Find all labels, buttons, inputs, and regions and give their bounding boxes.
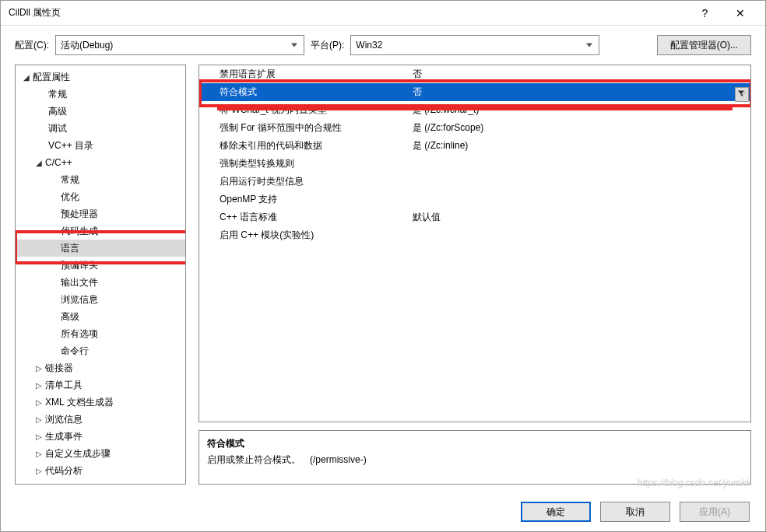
tree-cpp[interactable]: ◢C/C++: [16, 154, 185, 171]
highlight-strike: [217, 107, 733, 110]
nav-tree[interactable]: ◢配置属性 常规 高级 调试 VC++ 目录 ◢C/C++ 常规 优化 预处理器…: [15, 65, 186, 485]
tree-item[interactable]: ▷生成事件: [16, 428, 185, 445]
tree-root[interactable]: ◢配置属性: [16, 68, 185, 86]
config-manager-button[interactable]: 配置管理器(O)...: [657, 35, 751, 55]
config-select[interactable]: 活动(Debug): [55, 35, 304, 55]
property-grid[interactable]: 禁用语言扩展否 符合模式 否 将 WChar_t 视为内置类型是 (/Zc:wc…: [199, 65, 751, 422]
grid-row[interactable]: C++ 语言标准默认值: [199, 208, 750, 226]
tree-item[interactable]: 常规: [16, 86, 185, 103]
description-panel: 符合模式 启用或禁止符合模式。 (/permissive-): [199, 430, 751, 485]
tree-item[interactable]: 预处理器: [16, 205, 185, 222]
tree-item[interactable]: 优化: [16, 188, 185, 205]
dropdown-icon[interactable]: [735, 87, 749, 102]
tree-item[interactable]: 常规: [16, 171, 185, 188]
window-title: CilDll 属性页: [9, 6, 687, 19]
dialog-body: ◢配置属性 常规 高级 调试 VC++ 目录 ◢C/C++ 常规 优化 预处理器…: [1, 65, 765, 492]
apply-button[interactable]: 应用(A): [680, 502, 750, 522]
tree-item[interactable]: 所有选项: [16, 325, 185, 342]
tree-item[interactable]: ▷浏览信息: [16, 411, 185, 428]
tree-item[interactable]: 代码生成: [16, 222, 185, 240]
tree-item[interactable]: 输出文件: [16, 274, 185, 291]
tree-item-language[interactable]: 语言: [16, 240, 185, 257]
right-pane: 禁用语言扩展否 符合模式 否 将 WChar_t 视为内置类型是 (/Zc:wc…: [199, 65, 751, 485]
dialog-footer: 确定 取消 应用(A): [1, 492, 765, 531]
cancel-button[interactable]: 取消: [600, 502, 670, 522]
tree-item[interactable]: 命令行: [16, 342, 185, 359]
tree-item[interactable]: ▷XML 文档生成器: [16, 394, 185, 411]
grid-row[interactable]: 强制类型转换规则: [199, 155, 750, 173]
platform-label: 平台(P):: [311, 39, 344, 52]
tree-item[interactable]: 预编译头: [16, 257, 185, 274]
grid-row[interactable]: 移除未引用的代码和数据是 (/Zc:inline): [199, 137, 750, 155]
desc-body: 启用或禁止符合模式。 (/permissive-): [207, 453, 743, 467]
grid-row-selected[interactable]: 符合模式 否: [199, 83, 750, 101]
ok-button[interactable]: 确定: [521, 502, 591, 522]
titlebar: CilDll 属性页 ? ✕: [1, 1, 765, 26]
tree-item[interactable]: 高级: [16, 308, 185, 325]
grid-row[interactable]: OpenMP 支持: [199, 191, 750, 208]
config-label: 配置(C):: [15, 39, 49, 52]
platform-select[interactable]: Win32: [350, 35, 599, 55]
close-button[interactable]: ✕: [722, 2, 757, 25]
tree-item[interactable]: ▷链接器: [16, 359, 185, 376]
tree-item[interactable]: 高级: [16, 103, 185, 120]
grid-row[interactable]: 启用运行时类型信息: [199, 173, 750, 191]
platform-value: Win32: [356, 40, 382, 51]
config-row: 配置(C): 活动(Debug) 平台(P): Win32 配置管理器(O)..…: [1, 26, 765, 65]
grid-row[interactable]: 启用 C++ 模块(实验性): [199, 226, 750, 244]
help-button[interactable]: ?: [687, 2, 722, 25]
tree-item[interactable]: 浏览信息: [16, 291, 185, 308]
tree-item[interactable]: ▷清单工具: [16, 376, 185, 394]
tree-item[interactable]: ▷代码分析: [16, 462, 185, 479]
tree-item[interactable]: 调试: [16, 120, 185, 137]
grid-row[interactable]: 禁用语言扩展否: [199, 65, 750, 83]
config-value: 活动(Debug): [61, 39, 113, 52]
property-page-window: CilDll 属性页 ? ✕ 配置(C): 活动(Debug) 平台(P): W…: [0, 0, 766, 532]
grid-row[interactable]: 强制 For 循环范围中的合规性是 (/Zc:forScope): [199, 119, 750, 137]
tree-item[interactable]: ▷自定义生成步骤: [16, 445, 185, 462]
desc-title: 符合模式: [207, 437, 743, 450]
tree-item[interactable]: VC++ 目录: [16, 137, 185, 154]
